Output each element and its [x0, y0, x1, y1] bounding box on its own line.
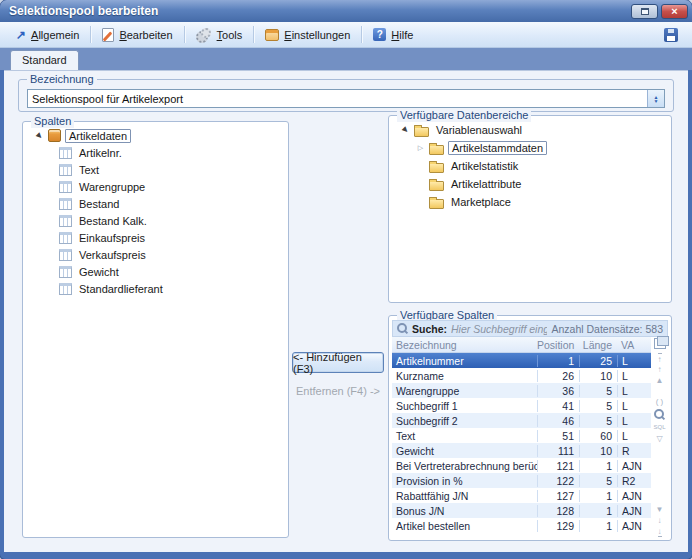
tree-item-artikeldaten[interactable]: ▶ Artikeldaten	[23, 127, 288, 144]
tree-node-label: Artikelattribute	[448, 178, 524, 190]
table-row[interactable]: Bei Vertreterabrechnung berücksichtige 1…	[392, 458, 651, 473]
column-header-bezeichnung[interactable]: Bezeichnung	[392, 339, 537, 351]
column-header-position[interactable]: Position	[537, 339, 579, 351]
tree-node-label: Bestand Kalk.	[76, 215, 150, 227]
chevron-down-icon: ▼	[654, 99, 659, 103]
datenbereiche-group-label: Verfügbare Datenbereiche	[397, 108, 531, 122]
save-icon	[664, 28, 678, 42]
tree-item-artikelnr[interactable]: Artikelnr.	[23, 144, 288, 161]
table-row[interactable]: Kurzname 26 10 L	[392, 368, 651, 383]
columns-table: Suche: Anzahl Datensätze: 583 Bezeichnun…	[392, 320, 668, 537]
table-row[interactable]: Warengruppe 36 5 L	[392, 383, 651, 398]
table-row[interactable]: Provision in % 122 5 R2	[392, 473, 651, 488]
tree-item-artikelattribute[interactable]: Artikelattribute	[389, 175, 671, 193]
table-row[interactable]: Rabattfähig J/N 127 1 AJN	[392, 488, 651, 503]
toolbar-item-bearbeiten[interactable]: Bearbeiten	[96, 26, 178, 44]
search-row-icon[interactable]	[654, 409, 665, 420]
table-row[interactable]: Gewicht 111 10 R	[392, 443, 651, 458]
scroll-to-top-icon[interactable]: ↑	[658, 353, 662, 364]
toolbar-label: Tools	[217, 29, 243, 41]
toolbar-label: Bearbeiten	[119, 29, 172, 41]
combobox-dropdown-button[interactable]: ▲ ▼	[647, 90, 664, 107]
toolbar-label: Allgemein	[31, 29, 79, 41]
toolbar-item-hilfe[interactable]: ? Hilfe	[367, 26, 419, 43]
tree-item-verkaufspreis[interactable]: Verkaufspreis	[23, 246, 288, 263]
filter-icon[interactable]: ▽	[656, 433, 662, 444]
tree-node-label: Marketplace	[448, 196, 514, 208]
table-side-toolbar: ↑ ↑ ▲ ( ) SQL ▽ ▼ ↓ ↓	[651, 337, 668, 537]
tree-node-label: Einkaufspreis	[76, 232, 148, 244]
close-button[interactable]: ×	[661, 4, 688, 19]
title-bar[interactable]: Selektionspool bearbeiten ×	[0, 0, 692, 22]
table-column-icon	[59, 266, 72, 278]
tree-item-gewicht[interactable]: Gewicht	[23, 263, 288, 280]
scroll-to-bottom-icon[interactable]: ↓	[658, 526, 662, 537]
search-label: Suche:	[412, 323, 447, 335]
brackets-icon[interactable]: ( )	[656, 396, 664, 407]
datenbereiche-group: Verfügbare Datenbereiche ▶ Variablenausw…	[388, 115, 672, 303]
column-header-va[interactable]: VA	[617, 339, 651, 351]
tree-item-marketplace[interactable]: Marketplace	[389, 193, 671, 211]
save-button[interactable]	[658, 26, 684, 44]
folder-icon	[429, 145, 444, 155]
folder-icon	[429, 181, 444, 191]
toolbar-item-allgemein[interactable]: ↗ Allgemein	[10, 27, 85, 43]
toolbar-label: Einstellungen	[284, 29, 350, 41]
table-row[interactable]: Bonus J/N 128 1 AJN	[392, 503, 651, 518]
move-down-icon[interactable]: ↓	[658, 515, 662, 526]
expander-closed-icon[interactable]: ▷	[416, 144, 425, 152]
expander-open-icon[interactable]: ▶	[399, 124, 411, 136]
table-column-icon	[59, 181, 72, 193]
bezeichnung-combobox[interactable]: Selektionspool für Artikelexport ▲ ▼	[27, 89, 665, 108]
toolbar-item-tools[interactable]: Tools	[190, 26, 249, 43]
tree-item-artikelstatistik[interactable]: Artikelstatistik	[389, 157, 671, 175]
table-row[interactable]: Suchbegriff 2 46 5 L	[392, 413, 651, 428]
tree-item-bestand-kalk[interactable]: Bestand Kalk.	[23, 212, 288, 229]
table-row[interactable]: Suchbegriff 1 41 5 L	[392, 398, 651, 413]
page-up-icon[interactable]: ▲	[656, 375, 664, 386]
tree-item-standardlieferant[interactable]: Standardlieferant	[23, 280, 288, 297]
bezeichnung-group-label: Bezeichnung	[27, 72, 97, 86]
folder-icon	[429, 199, 444, 209]
move-up-icon[interactable]: ↑	[658, 364, 662, 375]
table-column-icon	[59, 283, 72, 295]
datenbereiche-tree: ▶ Variablenauswahl ▷ Artikelstammdaten A…	[389, 116, 671, 211]
spalten-tree: ▶ Artikeldaten Artikelnr. Text Warengrup…	[23, 122, 288, 297]
combobox-value: Selektionspool für Artikelexport	[28, 93, 647, 105]
tab-strip: Standard	[0, 48, 692, 70]
table-row[interactable]: Artikel bestellen 129 1 AJN	[392, 518, 651, 533]
tree-item-einkaufspreis[interactable]: Einkaufspreis	[23, 229, 288, 246]
table-row[interactable]: Text 51 60 L	[392, 428, 651, 443]
tab-standard[interactable]: Standard	[10, 50, 79, 70]
tree-item-artikelstammdaten[interactable]: ▷ Artikelstammdaten	[389, 139, 671, 157]
restore-button[interactable]	[631, 4, 658, 19]
tree-node-label: Artikeldaten	[65, 129, 131, 143]
toolbar-separator	[361, 26, 362, 43]
edit-page-icon	[102, 28, 114, 42]
entfernen-button[interactable]: Entfernen (F4) ->	[292, 380, 384, 401]
column-header-laenge[interactable]: Länge	[579, 339, 617, 351]
tree-item-warengruppe[interactable]: Warengruppe	[23, 178, 288, 195]
page-down-icon[interactable]: ▼	[656, 504, 664, 515]
sql-filter-icon[interactable]: SQL	[653, 422, 665, 433]
window-title: Selektionspool bearbeiten	[9, 4, 628, 18]
expander-open-icon[interactable]: ▶	[33, 129, 45, 141]
hinzufuegen-button[interactable]: <- Hinzufügen (F3)	[292, 352, 384, 373]
tree-item-bestand[interactable]: Bestand	[23, 195, 288, 212]
tree-item-text[interactable]: Text	[23, 161, 288, 178]
search-bar: Suche: Anzahl Datensätze: 583	[392, 320, 668, 337]
dialog-window: Selektionspool bearbeiten × ↗ Allgemein …	[0, 0, 692, 559]
search-icon	[397, 323, 408, 334]
toolbar-separator	[90, 26, 91, 43]
record-count: Anzahl Datensätze: 583	[551, 323, 663, 335]
column-chooser-icon[interactable]	[654, 338, 666, 349]
tree-item-variablenauswahl[interactable]: ▶ Variablenauswahl	[389, 121, 671, 139]
table-column-icon	[59, 198, 72, 210]
search-input[interactable]	[451, 323, 547, 335]
table-row[interactable]: Artikelnummer 1 25 L	[392, 353, 651, 368]
grid-columns: Bezeichnung Position Länge VA Artikelnum…	[392, 337, 651, 537]
toolbar-item-einstellungen[interactable]: Einstellungen	[259, 27, 356, 43]
table-column-icon	[59, 249, 72, 261]
north-east-arrow-icon: ↗	[16, 30, 26, 40]
toolbar-separator	[253, 26, 254, 43]
